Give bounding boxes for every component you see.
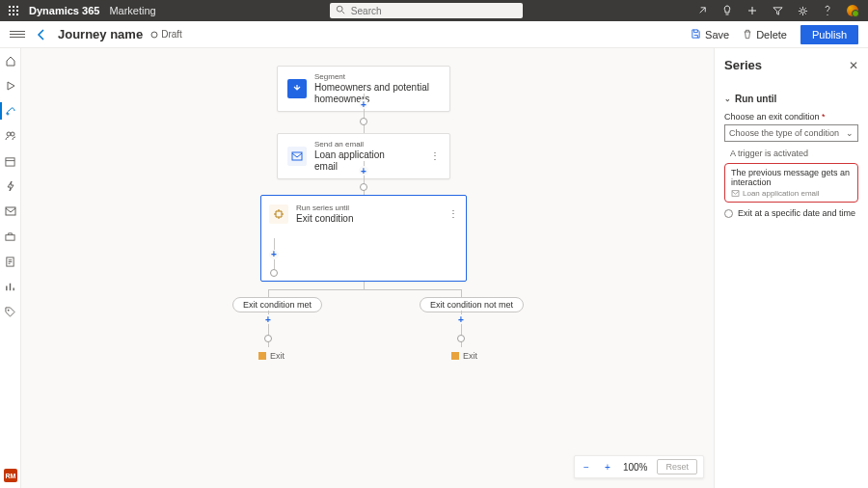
persona-badge[interactable]: RM: [4, 469, 17, 482]
rail-form-icon[interactable]: [4, 255, 17, 268]
segment-node-sup: Segment: [314, 72, 440, 82]
panel-title: Series ✕: [724, 58, 858, 72]
connector-endpoint: [264, 335, 272, 342]
connector-endpoint: [457, 335, 465, 342]
page-title: Journey name: [58, 27, 143, 41]
status-badge: Draft: [150, 29, 182, 40]
svg-rect-20: [292, 152, 302, 160]
back-button[interactable]: [35, 28, 48, 41]
connector-endpoint: [360, 183, 367, 191]
global-header: Dynamics 365 Marketing: [0, 0, 868, 21]
dropdown-option-exit-time[interactable]: Exit at a specific date and time: [724, 208, 858, 218]
rail-chart-icon[interactable]: [4, 280, 17, 293]
journey-canvas[interactable]: Segment Homeowners and potential homeown…: [21, 48, 714, 488]
connector-endpoint: [270, 269, 278, 277]
svg-point-12: [151, 32, 157, 38]
lightbulb-icon[interactable]: [721, 5, 733, 16]
draft-icon: [150, 31, 158, 39]
nav-toggle-icon[interactable]: [10, 27, 25, 42]
publish-button[interactable]: Publish: [800, 25, 858, 44]
series-node[interactable]: Run series until Exit condition ⋮ +: [260, 195, 467, 282]
svg-rect-8: [16, 14, 18, 15]
connector: [274, 238, 275, 250]
svg-rect-1: [13, 6, 14, 8]
exit-label: Exit: [451, 351, 477, 361]
exit-condition-dropdown[interactable]: Choose the type of condition ⌄: [724, 124, 858, 142]
delete-icon: [743, 29, 752, 40]
app-launcher-icon[interactable]: [6, 6, 21, 15]
delete-button[interactable]: Delete: [743, 29, 787, 41]
close-icon[interactable]: ✕: [849, 59, 858, 72]
svg-rect-7: [13, 14, 14, 15]
chevron-down-icon: ⌄: [846, 128, 854, 138]
dropdown-option-trigger[interactable]: A trigger is activated: [724, 146, 858, 161]
header-actions: [696, 5, 858, 16]
search-input[interactable]: [330, 3, 523, 18]
exit-condition-label: Choose an exit condition *: [724, 112, 858, 122]
global-search[interactable]: [330, 3, 523, 18]
filter-icon[interactable]: [772, 5, 783, 16]
email-node-icon: [287, 147, 307, 166]
exit-label: Exit: [258, 351, 285, 361]
command-bar: Journey name Draft Save Delete Publish: [0, 21, 868, 48]
share-icon[interactable]: [696, 5, 708, 16]
add-icon[interactable]: [746, 5, 758, 16]
add-step-button[interactable]: +: [456, 314, 466, 324]
option-subtitle: Loan application email: [731, 189, 852, 198]
left-nav-rail: RM: [0, 48, 21, 488]
node-more-icon[interactable]: ⋮: [429, 208, 458, 219]
zoom-in-button[interactable]: +: [602, 461, 613, 473]
rail-lightning-icon[interactable]: [4, 179, 17, 193]
branch-met-pill: Exit condition met: [232, 297, 322, 312]
svg-rect-3: [9, 10, 11, 12]
rail-segment-icon[interactable]: [4, 129, 17, 143]
zoom-control: − + 100% Reset: [574, 455, 704, 478]
properties-panel: Series ✕ ⌄ Run until Choose an exit cond…: [714, 48, 868, 488]
svg-rect-2: [16, 6, 18, 8]
segment-node-icon: [287, 79, 307, 98]
help-icon[interactable]: [822, 5, 833, 16]
node-more-icon[interactable]: ⋮: [411, 150, 440, 161]
rail-email-icon[interactable]: [4, 204, 17, 218]
rail-journey-icon[interactable]: [4, 104, 17, 118]
chevron-down-icon: ⌄: [724, 95, 731, 103]
svg-point-13: [7, 132, 11, 136]
svg-point-19: [8, 309, 10, 311]
svg-rect-4: [13, 10, 14, 12]
svg-rect-15: [6, 157, 14, 165]
add-step-button[interactable]: +: [359, 166, 368, 176]
module-name: Marketing: [109, 5, 155, 16]
rail-tag-icon[interactable]: [4, 305, 17, 318]
svg-line-10: [342, 12, 345, 14]
rail-play-icon[interactable]: [4, 79, 17, 93]
flag-icon: [451, 352, 459, 360]
save-icon: [691, 29, 701, 40]
svg-rect-0: [9, 6, 11, 8]
rail-calendar-icon[interactable]: [4, 154, 17, 168]
email-icon: [731, 190, 740, 197]
svg-rect-5: [16, 10, 18, 12]
zoom-out-button[interactable]: −: [581, 461, 592, 473]
add-step-button[interactable]: +: [269, 250, 279, 259]
save-button[interactable]: Save: [691, 29, 729, 41]
email-node-sup: Send an email: [314, 140, 403, 149]
svg-rect-21: [732, 191, 739, 197]
zoom-reset-button[interactable]: Reset: [657, 459, 697, 474]
section-toggle-run-until[interactable]: ⌄ Run until: [724, 94, 858, 104]
gear-icon[interactable]: [797, 5, 808, 16]
zoom-percent: 100%: [623, 462, 648, 473]
rail-home-icon[interactable]: [4, 54, 17, 68]
segment-node-main: Homeowners and potential homeowners: [314, 82, 440, 105]
rail-briefcase-icon[interactable]: [4, 230, 17, 243]
user-avatar[interactable]: [847, 5, 858, 16]
svg-point-11: [800, 9, 804, 13]
search-icon: [336, 5, 345, 14]
series-node-icon: [269, 204, 288, 224]
add-step-button[interactable]: +: [359, 99, 368, 109]
connector-endpoint: [360, 118, 367, 125]
connector: [274, 259, 275, 269]
svg-point-14: [11, 132, 14, 136]
dropdown-option-interaction[interactable]: The previous message gets an interaction…: [724, 163, 858, 203]
add-step-button[interactable]: +: [263, 314, 273, 324]
brand-name: Dynamics 365: [29, 5, 99, 16]
